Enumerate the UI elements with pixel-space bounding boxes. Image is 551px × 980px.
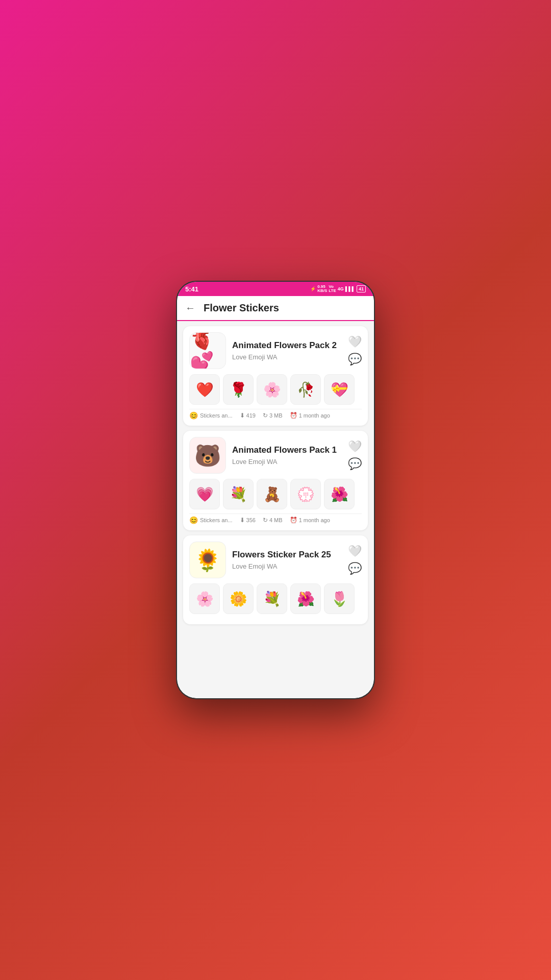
- pack-header-pack1: 🐻 Animated Flowers Pack 1 Love Emoji WA …: [189, 437, 362, 474]
- pack-info-pack25: Flowers Sticker Pack 25 Love Emoji WA: [232, 550, 342, 570]
- signal-4g: 4G: [338, 286, 344, 291]
- status-right: ⚡ 0.95KB/S VoLTE 4G ▌▌▌ 41: [310, 285, 366, 293]
- size-label-pack1: 4 MB: [269, 517, 283, 523]
- size-icon-pack1: ↻: [263, 517, 268, 524]
- pack-header-pack25: 🌻 Flowers Sticker Pack 25 Love Emoji WA …: [189, 542, 362, 578]
- meta-downloads-pack2: ⬇ 419: [240, 412, 256, 419]
- sticker-5-pack25[interactable]: 🌷: [324, 583, 355, 614]
- pack-meta-pack2: 😊 Stickers an... ⬇ 419 ↻ 3 MB ⏰ 1 month …: [189, 409, 362, 420]
- app-bar: ← Flower Stickers: [177, 296, 374, 321]
- sticker-2-pack1[interactable]: 💐: [223, 479, 254, 509]
- pack-card-pack2: 🫀💕 Animated Flowers Pack 2 Love Emoji WA…: [183, 326, 368, 426]
- favorite-button-pack2[interactable]: 🤍: [348, 335, 362, 349]
- sticker-3-pack1[interactable]: 🧸: [257, 479, 287, 509]
- pack-info-pack2: Animated Flowers Pack 2 Love Emoji WA: [232, 340, 342, 360]
- downloads-count-pack2: 419: [246, 412, 256, 419]
- meta-author-pack1: 😊 Stickers an...: [189, 516, 233, 524]
- pack-card-pack1: 🐻 Animated Flowers Pack 1 Love Emoji WA …: [183, 431, 368, 530]
- content-scroll: 🫀💕 Animated Flowers Pack 2 Love Emoji WA…: [177, 321, 374, 698]
- pack-author-pack25: Love Emoji WA: [232, 562, 342, 570]
- bluetooth-icon: ⚡: [310, 286, 316, 291]
- pack-icon-pack2: 🫀💕: [189, 332, 226, 369]
- pack-meta-pack1: 😊 Stickers an... ⬇ 356 ↻ 4 MB ⏰ 1 month …: [189, 513, 362, 524]
- phone-frame: 5:41 ⚡ 0.95KB/S VoLTE 4G ▌▌▌ 41 ← Flower…: [176, 281, 375, 699]
- status-bar: 5:41 ⚡ 0.95KB/S VoLTE 4G ▌▌▌ 41: [177, 282, 374, 296]
- meta-size-pack1: ↻ 4 MB: [263, 517, 283, 524]
- sticker-5-pack2[interactable]: 💝: [324, 374, 355, 405]
- pack-actions-pack25: 🤍 💬: [348, 545, 362, 575]
- sticker-2-pack25[interactable]: 🌼: [223, 583, 254, 614]
- clock-icon-pack2: ⏰: [290, 412, 297, 419]
- phone-screen: 5:41 ⚡ 0.95KB/S VoLTE 4G ▌▌▌ 41 ← Flower…: [177, 282, 374, 698]
- time-label-pack1: 1 month ago: [299, 517, 330, 523]
- pack-name-pack25: Flowers Sticker Pack 25: [232, 550, 342, 560]
- sticker-row-pack1: 💗 💐 🧸 💮 🌺: [189, 479, 362, 509]
- battery-indicator: 41: [357, 285, 366, 292]
- sticker-4-pack2[interactable]: 🥀: [290, 374, 321, 405]
- pack-actions-pack1: 🤍 💬: [348, 440, 362, 471]
- pack-icon-pack1: 🐻: [189, 437, 226, 474]
- sticker-5-pack1[interactable]: 🌺: [324, 479, 355, 509]
- pack-name-pack2: Animated Flowers Pack 2: [232, 340, 342, 351]
- clock-icon-pack1: ⏰: [290, 517, 297, 524]
- sticker-1-pack2[interactable]: ❤️: [189, 374, 220, 405]
- pack-name-pack1: Animated Flowers Pack 1: [232, 445, 342, 455]
- back-button[interactable]: ←: [185, 302, 195, 314]
- downloads-count-pack1: 356: [246, 517, 256, 523]
- sticker-row-pack25: 🌸 🌼 💐 🌺 🌷: [189, 583, 362, 614]
- sticker-3-pack25[interactable]: 💐: [257, 583, 287, 614]
- sticker-row-pack2: ❤️ 🌹 🌸 🥀 💝: [189, 374, 362, 405]
- size-label-pack2: 3 MB: [269, 412, 283, 419]
- whatsapp-button-pack2[interactable]: 💬: [348, 353, 362, 366]
- meta-time-pack1: ⏰ 1 month ago: [290, 517, 330, 524]
- whatsapp-button-pack1[interactable]: 💬: [348, 457, 362, 471]
- pack-info-pack1: Animated Flowers Pack 1 Love Emoji WA: [232, 445, 342, 465]
- author-label-pack2: Stickers an...: [200, 412, 233, 419]
- author-label-pack1: Stickers an...: [200, 517, 233, 523]
- pack-icon-pack25: 🌻: [189, 542, 226, 578]
- sticker-3-pack2[interactable]: 🌸: [257, 374, 287, 405]
- pack-author-pack1: Love Emoji WA: [232, 458, 342, 465]
- size-icon-pack2: ↻: [263, 412, 268, 419]
- meta-time-pack2: ⏰ 1 month ago: [290, 412, 330, 419]
- sticker-1-pack25[interactable]: 🌸: [189, 583, 220, 614]
- favorite-button-pack25[interactable]: 🤍: [348, 545, 362, 558]
- whatsapp-button-pack25[interactable]: 💬: [348, 562, 362, 575]
- pack-author-pack2: Love Emoji WA: [232, 353, 342, 361]
- download-icon-pack2: ⬇: [240, 412, 245, 419]
- favorite-button-pack1[interactable]: 🤍: [348, 440, 362, 453]
- time-label-pack2: 1 month ago: [299, 412, 330, 419]
- sticker-4-pack25[interactable]: 🌺: [290, 583, 321, 614]
- sticker-4-pack1[interactable]: 💮: [290, 479, 321, 509]
- meta-size-pack2: ↻ 3 MB: [263, 412, 283, 419]
- data-speed: 0.95KB/S: [317, 285, 327, 293]
- meta-downloads-pack1: ⬇ 356: [240, 517, 256, 524]
- signal-bars: ▌▌▌: [345, 286, 355, 291]
- pack-actions-pack2: 🤍 💬: [348, 335, 362, 366]
- page-title: Flower Stickers: [204, 302, 279, 314]
- meta-author-pack2: 😊 Stickers an...: [189, 411, 233, 420]
- status-time: 5:41: [185, 285, 198, 293]
- sticker-2-pack2[interactable]: 🌹: [223, 374, 254, 405]
- download-icon-pack1: ⬇: [240, 517, 245, 524]
- pack-card-pack25: 🌻 Flowers Sticker Pack 25 Love Emoji WA …: [183, 535, 368, 624]
- volte-icon: VoLTE: [329, 285, 336, 293]
- pack-header-pack2: 🫀💕 Animated Flowers Pack 2 Love Emoji WA…: [189, 332, 362, 369]
- sticker-1-pack1[interactable]: 💗: [189, 479, 220, 509]
